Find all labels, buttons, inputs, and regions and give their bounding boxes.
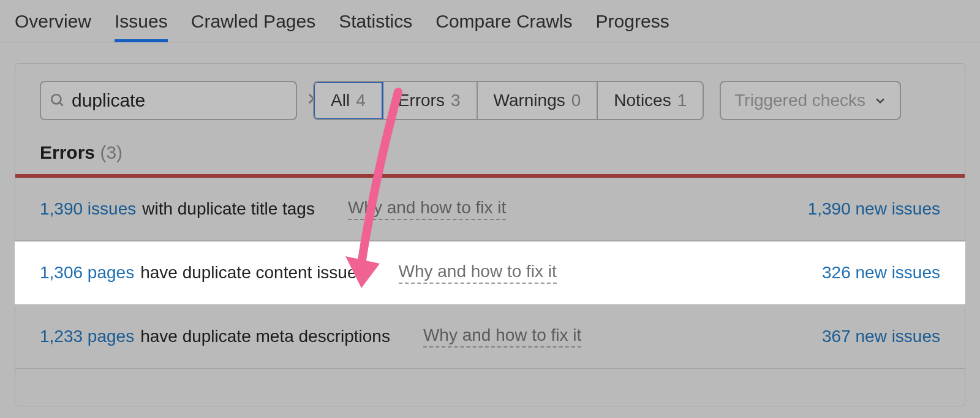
issue-count-link[interactable]: 1,233 pages [40, 327, 134, 346]
chevron-down-icon [874, 94, 886, 107]
why-how-fix-link[interactable]: Why and how to fix it [348, 198, 506, 220]
issue-row: 1,390 issues with duplicate title tags W… [15, 178, 965, 241]
issue-row: 1,233 pages have duplicate meta descript… [15, 305, 965, 369]
issue-description: have duplicate content issues [140, 263, 365, 283]
section-label: Errors [40, 142, 95, 162]
issue-description: with duplicate title tags [142, 199, 315, 219]
controls-row: All 4 Errors 3 Warnings 0 Notices 1 Trig… [15, 81, 965, 142]
filter-label: Warnings [494, 91, 565, 110]
tab-overview[interactable]: Overview [15, 11, 91, 42]
filter-count: 3 [451, 91, 461, 110]
search-icon [50, 93, 66, 108]
issue-description: have duplicate meta descriptions [140, 327, 390, 346]
filter-count: 1 [677, 91, 687, 110]
filter-all[interactable]: All 4 [313, 81, 383, 120]
svg-line-1 [59, 102, 62, 105]
issues-panel: All 4 Errors 3 Warnings 0 Notices 1 Trig… [15, 63, 965, 406]
filter-label: All [331, 91, 350, 110]
section-header: Errors (3) [15, 142, 965, 174]
search-input[interactable] [72, 90, 304, 111]
new-issues-link[interactable]: 367 new issues [822, 327, 940, 346]
tab-statistics[interactable]: Statistics [339, 11, 412, 42]
issue-rows: 1,390 issues with duplicate title tags W… [15, 178, 965, 369]
tab-issues[interactable]: Issues [115, 11, 168, 42]
issue-row: 1,306 pages have duplicate content issue… [15, 241, 965, 305]
triggered-checks-dropdown[interactable]: Triggered checks [720, 81, 901, 120]
search-box [40, 81, 297, 120]
new-issues-link[interactable]: 326 new issues [822, 263, 940, 283]
filter-count: 4 [356, 91, 366, 110]
svg-point-0 [51, 94, 61, 104]
new-issues-link[interactable]: 1,390 new issues [808, 199, 940, 219]
tab-bar: Overview Issues Crawled Pages Statistics… [0, 0, 980, 42]
issue-count-link[interactable]: 1,390 issues [40, 199, 136, 219]
filter-errors[interactable]: Errors 3 [382, 82, 478, 119]
tab-compare-crawls[interactable]: Compare Crawls [435, 11, 572, 42]
why-how-fix-link[interactable]: Why and how to fix it [423, 325, 581, 348]
filter-count: 0 [571, 91, 581, 110]
filter-label: Errors [398, 91, 445, 110]
filter-notices[interactable]: Notices 1 [598, 82, 703, 119]
tab-crawled-pages[interactable]: Crawled Pages [191, 11, 315, 42]
filter-segment: All 4 Errors 3 Warnings 0 Notices 1 [313, 81, 704, 120]
filter-label: Notices [614, 91, 671, 110]
issue-count-link[interactable]: 1,306 pages [40, 263, 134, 283]
dropdown-label: Triggered checks [734, 91, 865, 110]
section-count: (3) [100, 142, 123, 162]
tab-progress[interactable]: Progress [596, 11, 669, 42]
filter-warnings[interactable]: Warnings 0 [478, 82, 598, 119]
why-how-fix-link[interactable]: Why and how to fix it [399, 262, 557, 284]
